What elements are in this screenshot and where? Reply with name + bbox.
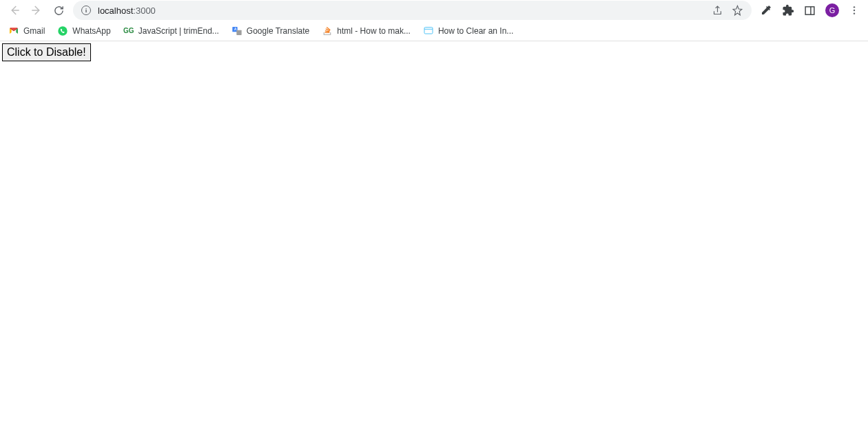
svg-rect-7 [236,30,241,34]
url-port: :3000 [133,6,156,16]
bookmark-whatsapp[interactable]: WhatsApp [57,25,110,36]
bookmarks-bar: Gmail WhatsApp GG JavaScript | trimEnd..… [0,21,868,41]
back-button[interactable] [8,4,21,17]
svg-rect-0 [805,6,814,14]
arrow-right-icon [30,4,43,17]
geeksforgeeks-icon: GG [123,25,134,36]
bookmark-label: JavaScript | trimEnd... [138,26,219,36]
extensions-icon[interactable] [782,4,794,17]
stackoverflow-icon [322,25,333,36]
profile-avatar[interactable]: G [825,3,839,17]
eyedropper-icon[interactable] [760,4,772,17]
bookmark-javascript-trimend[interactable]: GG JavaScript | trimEnd... [123,25,219,36]
generic-page-icon [423,25,434,36]
reload-icon [53,5,65,17]
address-bar-right [712,5,743,17]
svg-point-3 [854,10,855,11]
svg-point-2 [854,6,855,8]
bookmark-label: Google Translate [247,26,309,36]
address-bar[interactable]: i localhost:3000 [73,1,752,20]
svg-rect-9 [424,27,433,33]
nav-buttons [6,4,68,17]
page-content: Click to Disable! [0,41,868,63]
svg-point-5 [59,26,68,35]
bookmark-star-icon[interactable] [732,5,743,17]
kebab-menu-icon[interactable] [849,5,860,16]
share-icon[interactable] [712,5,723,17]
browser-toolbar: i localhost:3000 G [0,0,868,21]
bookmark-label: Gmail [23,26,45,36]
reload-button[interactable] [52,4,65,17]
gmail-icon [8,25,19,36]
arrow-left-icon [8,4,21,17]
google-translate-icon: A [231,25,242,36]
bookmark-html-howto[interactable]: html - How to mak... [322,25,411,36]
bookmark-google-translate[interactable]: A Google Translate [231,25,309,36]
url-text: localhost:3000 [98,6,156,16]
bookmark-label: html - How to mak... [337,26,411,36]
side-panel-icon[interactable] [804,5,816,17]
click-to-disable-button[interactable]: Click to Disable! [2,43,91,61]
profile-initial: G [829,6,836,14]
whatsapp-icon [57,25,68,36]
forward-button[interactable] [30,4,43,17]
bookmark-label: How to Clear an In... [438,26,513,36]
url-host: localhost [98,6,133,16]
site-info-icon[interactable]: i [81,6,91,15]
toolbar-right-icons: G [757,3,862,17]
svg-point-4 [854,12,855,14]
bookmark-clear-input[interactable]: How to Clear an In... [423,25,513,36]
bookmark-label: WhatsApp [72,26,110,36]
bookmark-gmail[interactable]: Gmail [8,25,45,36]
